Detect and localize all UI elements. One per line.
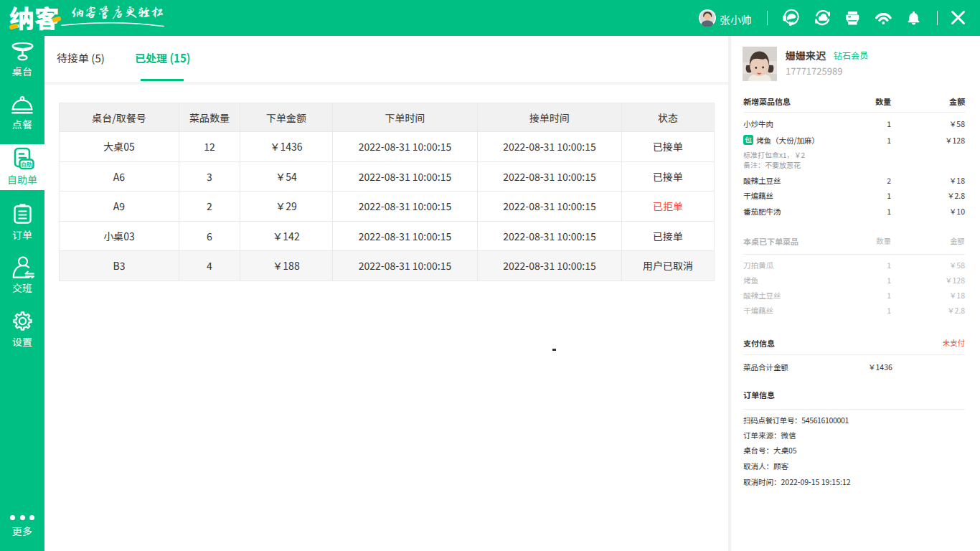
svg-text:自助: 自助 bbox=[21, 160, 32, 168]
